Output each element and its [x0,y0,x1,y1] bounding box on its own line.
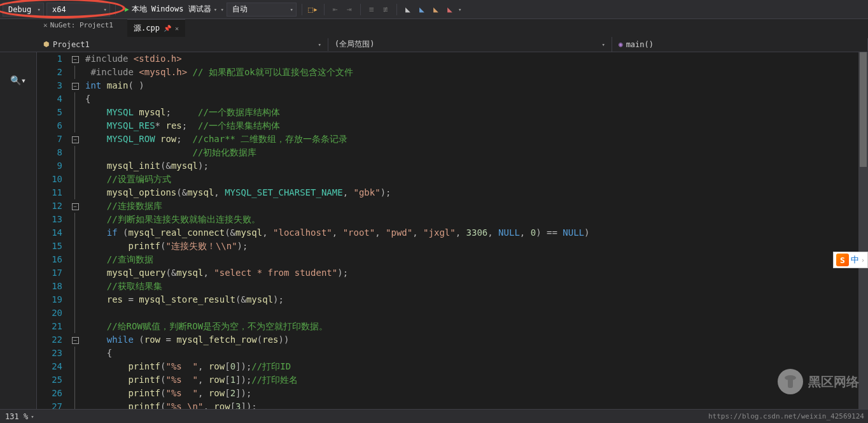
zoom-level[interactable]: 131 % [5,412,28,421]
uncomment-icon[interactable]: ≢ [380,4,391,15]
ime-logo-icon: S [836,254,849,266]
attribution-text: https://blog.csdn.net/weixin_42569124 [708,412,864,420]
pin-icon[interactable]: 📌 [164,25,171,32]
scrollbar-thumb[interactable] [860,52,867,167]
watermark: 黑区网络 [778,369,859,394]
project-icon: ⬢ [43,40,50,48]
auto-dropdown[interactable]: 自动 [227,3,297,17]
chevron-down-icon[interactable]: ▾ ▾ [214,6,224,13]
bookmark-clear-icon[interactable]: ◣ [444,4,456,15]
separator [396,4,397,15]
search-icon[interactable]: 🔍▾ [6,71,30,89]
fold-column[interactable]: −−−−− [69,52,81,409]
chevron-down-icon[interactable]: ▾ [31,413,34,420]
navigation-bar: ⬢ Project1 ▾ (全局范围) ▾ ◉ main() [0,37,868,52]
tab-label: NuGet: Project1 [50,21,113,29]
code-content[interactable]: #include <stdio.h> #include <mysql.h> //… [81,52,868,409]
chevron-down-icon[interactable]: ▾ [458,6,461,13]
indent-left-icon[interactable]: ⇤ [330,4,341,15]
sidebar: 🔍▾ [0,52,37,409]
scope-dropdown[interactable]: (全局范围) ▾ [328,37,612,52]
ime-indicator[interactable]: S 中 › [833,252,868,268]
function-icon: ◉ [619,40,623,48]
tab-strip: 源.cpp 📌 ✕ [0,19,868,37]
separator [360,4,361,15]
function-dropdown[interactable]: ◉ main() [612,38,868,51]
platform-dropdown[interactable]: x64 [46,3,110,17]
debugger-label[interactable]: 本地 Windows 调试器 [132,4,211,15]
vertical-scrollbar[interactable] [858,52,868,409]
source-tab[interactable]: 源.cpp 📌 ✕ [127,19,185,37]
comment-icon[interactable]: ≡ [366,4,377,15]
ime-mode: 中 [851,254,859,266]
line-gutter: 1234567891011121314151617181920212223242… [37,52,69,409]
ime-more-icon: › [861,257,865,264]
separator [324,4,325,15]
separator [115,4,116,15]
watermark-text: 黑区网络 [808,373,859,391]
chevron-down-icon: ▾ [602,41,605,48]
config-dropdown[interactable]: Debug [3,3,44,17]
main-area: 🔍▾ 1234567891011121314151617181920212223… [0,52,868,409]
scope-label: (全局范围) [335,39,374,50]
close-icon[interactable]: ✕ [43,21,48,29]
indent-right-icon[interactable]: ⇥ [344,4,355,15]
play-icon[interactable]: ▶ [125,5,129,13]
project-name: Project1 [53,40,90,49]
separator [302,4,302,15]
step-icon[interactable]: ⬚▸ [307,4,319,15]
close-icon[interactable]: ✕ [175,25,179,32]
main-toolbar: Debug x64 ▶ 本地 Windows 调试器 ▾ ▾ 自动 ⬚▸ ⇤ ⇥… [0,0,868,19]
code-editor[interactable]: 1234567891011121314151617181920212223242… [37,52,868,409]
project-dropdown[interactable]: ⬢ Project1 ▾ [37,38,328,51]
tab-label: 源.cpp [134,23,160,34]
watermark-logo-icon [778,369,803,394]
bookmark-prev-icon[interactable]: ◣ [416,4,428,15]
bookmark-icon[interactable]: ◣ [402,4,414,15]
nuget-tab[interactable]: ✕ NuGet: Project1 [39,19,117,31]
bookmark-next-icon[interactable]: ◣ [430,4,442,15]
chevron-down-icon: ▾ [318,41,321,48]
function-name: main() [626,40,654,49]
